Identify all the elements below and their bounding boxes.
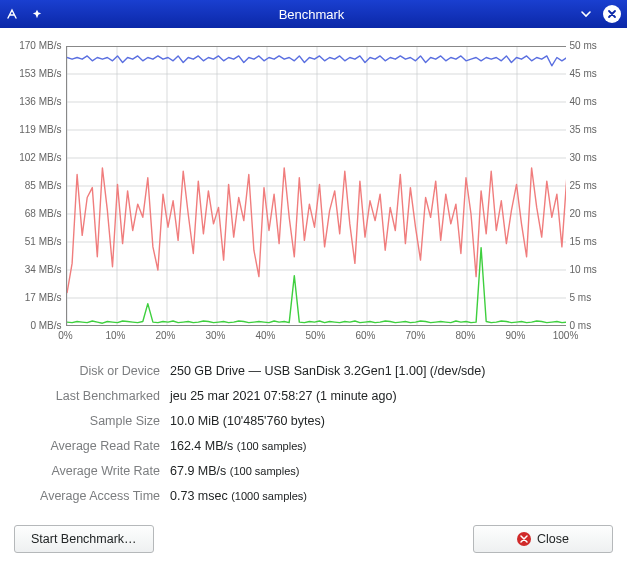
y-left-tick: 51 MB/s — [14, 236, 62, 247]
benchmarked-value: jeu 25 mar 2021 07:58:27 (1 minute ago) — [170, 389, 615, 403]
y-right-tick: 10 ms — [570, 264, 614, 275]
x-tick: 10% — [101, 330, 131, 341]
y-right-tick: 15 ms — [570, 236, 614, 247]
y-right-tick: 25 ms — [570, 180, 614, 191]
y-right-tick: 50 ms — [570, 40, 614, 51]
y-left-tick: 119 MB/s — [14, 124, 62, 135]
footer: Start Benchmark… Close — [0, 513, 627, 565]
read-label: Average Read Rate — [20, 439, 160, 453]
x-tick: 70% — [401, 330, 431, 341]
window-title: Benchmark — [44, 7, 579, 22]
y-right-tick: 40 ms — [570, 96, 614, 107]
x-tick: 40% — [251, 330, 281, 341]
x-tick: 30% — [201, 330, 231, 341]
y-right-tick: 30 ms — [570, 152, 614, 163]
x-tick: 50% — [301, 330, 331, 341]
x-tick: 90% — [501, 330, 531, 341]
titlebar: Benchmark — [0, 0, 627, 28]
x-tick: 80% — [451, 330, 481, 341]
y-right-tick: 35 ms — [570, 124, 614, 135]
access-label: Average Access Time — [20, 489, 160, 503]
y-left-tick: 68 MB/s — [14, 208, 62, 219]
access-value: 0.73 msec (1000 samples) — [170, 489, 615, 503]
x-tick: 100% — [551, 330, 581, 341]
minimize-icon[interactable] — [579, 7, 593, 21]
y-left-tick: 85 MB/s — [14, 180, 62, 191]
x-tick: 0% — [51, 330, 81, 341]
sample-label: Sample Size — [20, 414, 160, 428]
disk-label: Disk or Device — [20, 364, 160, 378]
pin-icon[interactable] — [30, 7, 44, 21]
benchmarked-label: Last Benchmarked — [20, 389, 160, 403]
start-benchmark-button[interactable]: Start Benchmark… — [14, 525, 154, 553]
read-value: 162.4 MB/s (100 samples) — [170, 439, 615, 453]
close-button[interactable]: Close — [473, 525, 613, 553]
app-menu-icon[interactable] — [6, 7, 20, 21]
write-label: Average Write Rate — [20, 464, 160, 478]
chart-plot — [66, 46, 566, 326]
y-left-tick: 102 MB/s — [14, 152, 62, 163]
disk-value: 250 GB Drive — USB SanDisk 3.2Gen1 [1.00… — [170, 364, 615, 378]
benchmark-chart: 0 MB/s17 MB/s34 MB/s51 MB/s68 MB/s85 MB/… — [14, 36, 614, 346]
y-left-tick: 34 MB/s — [14, 264, 62, 275]
y-right-tick: 5 ms — [570, 292, 614, 303]
close-x-icon — [517, 532, 531, 546]
close-icon[interactable] — [603, 5, 621, 23]
x-tick: 60% — [351, 330, 381, 341]
y-left-tick: 17 MB/s — [14, 292, 62, 303]
info-table: Disk or Device 250 GB Drive — USB SanDis… — [20, 364, 615, 503]
sample-value: 10.0 MiB (10'485'760 bytes) — [170, 414, 615, 428]
write-value: 67.9 MB/s (100 samples) — [170, 464, 615, 478]
y-left-tick: 153 MB/s — [14, 68, 62, 79]
y-right-tick: 20 ms — [570, 208, 614, 219]
y-left-tick: 170 MB/s — [14, 40, 62, 51]
x-tick: 20% — [151, 330, 181, 341]
y-right-tick: 45 ms — [570, 68, 614, 79]
content-area: 0 MB/s17 MB/s34 MB/s51 MB/s68 MB/s85 MB/… — [0, 28, 627, 513]
y-left-tick: 136 MB/s — [14, 96, 62, 107]
